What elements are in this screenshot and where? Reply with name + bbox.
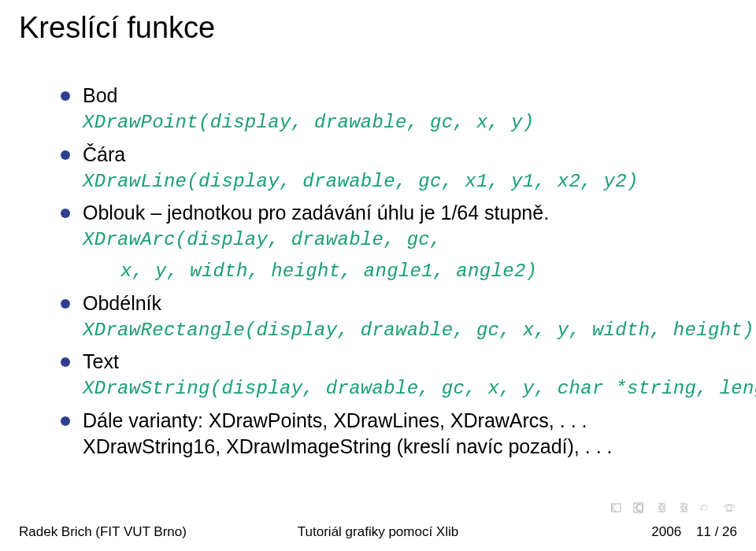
code-xdrawstring: XDrawString(display, drawable, gc, x, y,… [59, 376, 724, 401]
code-xdrawarc-line1: XDrawArc(display, drawable, gc, [59, 227, 724, 253]
footer-page: 2006 11 / 26 [651, 524, 737, 540]
footer-title: Tutoriál grafiky pomocí Xlib [298, 524, 458, 540]
bullet-text: Text [59, 349, 724, 375]
footer-author: Radek Brich (FIT VUT Brno) [19, 524, 187, 540]
nav-forward-icon[interactable] [677, 502, 688, 513]
nav-cycle-icon[interactable] [721, 502, 737, 513]
bullet-obdelnik: Obdélník [59, 290, 724, 316]
bullet-cara: Čára [59, 142, 724, 168]
bullet-label: Text [83, 350, 119, 372]
nav-back-icon[interactable] [655, 502, 666, 513]
footer-year: 2006 [651, 524, 681, 539]
bullet-label: Dále varianty: XDrawPoints, XDrawLines, … [83, 409, 612, 457]
svg-rect-0 [611, 504, 621, 512]
nav-undo-icon[interactable] [699, 502, 710, 513]
slide-content: Bod XDrawPoint(display, drawable, gc, x,… [59, 83, 724, 461]
code-xdrawline: XDrawLine(display, drawable, gc, x1, y1,… [59, 169, 724, 194]
footer: Radek Brich (FIT VUT Brno) Tutoriál graf… [19, 524, 737, 540]
code-xdrawrectangle: XDrawRectangle(display, drawable, gc, x,… [59, 318, 724, 343]
bullet-label: Oblouk [83, 202, 145, 224]
bullet-label: Čára [83, 143, 125, 165]
bullet-label: Bod [83, 84, 117, 106]
code-xdrawpoint: XDrawPoint(display, drawable, gc, x, y) [59, 110, 724, 135]
slide-title: Kreslící funkce [19, 11, 215, 45]
nav-first-icon[interactable] [611, 502, 622, 513]
code-xdrawarc-line2: x, y, width, height, angle1, angle2) [59, 259, 724, 284]
bullet-suffix: – jednotkou pro zadávání úhlu je 1/64 st… [145, 202, 549, 224]
bullet-variants: Dále varianty: XDrawPoints, XDrawLines, … [59, 408, 724, 460]
footer-pagenum: 11 / 26 [696, 524, 737, 539]
nav-prev-icon[interactable] [633, 502, 644, 513]
bullet-bod: Bod [59, 83, 724, 109]
bullet-label: Obdélník [83, 292, 161, 314]
bullet-oblouk: Oblouk – jednotkou pro zadávání úhlu je … [59, 200, 724, 226]
nav-icons [611, 502, 737, 513]
